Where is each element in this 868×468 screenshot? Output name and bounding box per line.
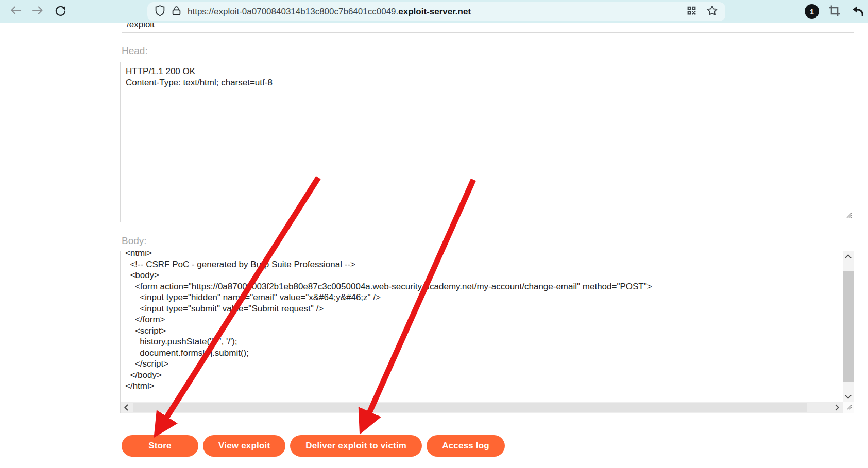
body-textarea[interactable]: <html> <!-- CSRF PoC - generated by Burp… [120,251,854,413]
reload-icon [54,4,67,19]
address-bar[interactable]: https://exploit-0a0700840314b13c800c7b64… [147,2,725,21]
qr-code-icon[interactable] [686,5,697,18]
vertical-scrollbar[interactable] [843,251,854,402]
body-content: <html> <!-- CSRF PoC - generated by Burp… [121,251,843,392]
undo-arrow-icon [850,5,864,20]
head-textarea[interactable]: HTTP/1.1 200 OK Content-Type: text/html;… [120,62,854,222]
bookmark-star-icon[interactable] [706,5,718,19]
url-text: https://exploit-0a0700840314b13c800c7b64… [188,7,680,17]
head-label: Head: [122,45,148,57]
crop-icon [828,5,841,19]
forward-button[interactable] [28,2,47,21]
deliver-exploit-to-victim-button[interactable]: Deliver exploit to victim [290,435,422,457]
store-button[interactable]: Store [122,435,198,457]
back-icon [10,4,22,19]
back-button[interactable] [6,2,26,21]
action-buttons: Store View exploit Deliver exploit to vi… [122,435,505,457]
view-exploit-button[interactable]: View exploit [203,435,285,457]
scroll-left-icon[interactable] [124,402,128,413]
extension-badge[interactable]: 1 [805,4,819,19]
vertical-scroll-thumb[interactable] [843,271,854,382]
resize-handle-icon[interactable] [845,211,852,220]
extension-badge-count: 1 [810,7,814,16]
resize-handle-icon[interactable] [845,403,853,412]
body-label: Body: [122,235,147,247]
browser-toolbar: https://exploit-0a0700840314b13c800c7b64… [0,0,868,23]
screenshot-crop-button[interactable] [827,5,842,19]
horizontal-scrollbar[interactable] [121,402,843,413]
forward-icon [31,4,44,19]
scroll-up-icon[interactable] [843,254,854,258]
head-content: HTTP/1.1 200 OK Content-Type: text/html;… [121,62,854,92]
undo-button[interactable] [850,5,864,19]
reload-button[interactable] [50,2,70,21]
access-log-button[interactable]: Access log [427,435,505,457]
scroll-down-icon[interactable] [843,395,854,399]
scrollbar-corner [843,402,854,413]
shield-icon [155,5,165,19]
lock-icon [172,5,181,19]
scroll-right-icon[interactable] [835,402,839,413]
horizontal-scroll-thumb[interactable] [133,403,807,412]
